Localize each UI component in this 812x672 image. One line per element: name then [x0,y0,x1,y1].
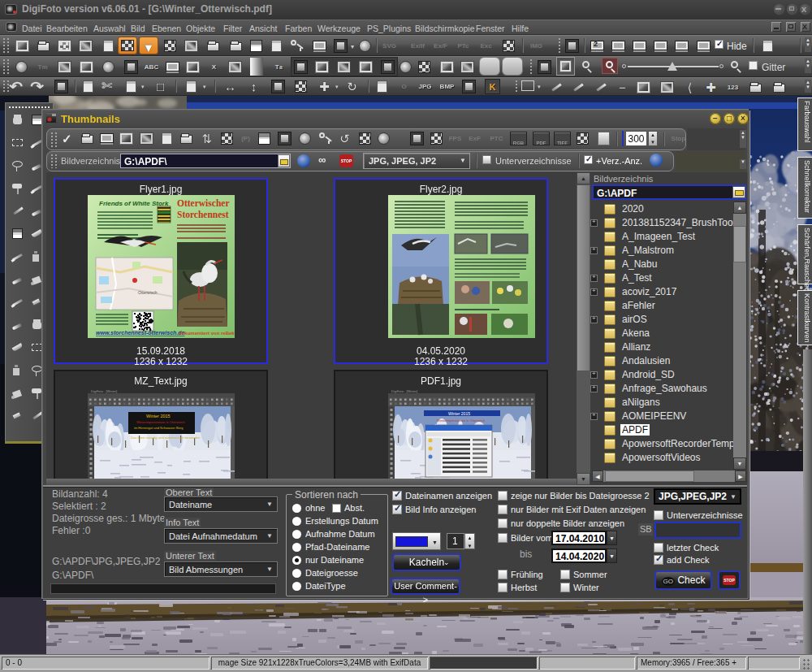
svg-text:Winterimpressionen in Otterwis: Winterimpressionen in Otterwisch [136,420,185,424]
svg-text:Das kann naturlig und automati: Das kann naturlig und automatisiert bewe… [131,436,201,440]
svg-text:Winter 2015: Winter 2015 [448,411,470,416]
svg-text:Winterimpressionen in Otterwis: Winterimpressionen in Otterwisch [437,418,486,423]
svg-text:Otterwischer: Otterwischer [177,198,230,208]
svg-text:dokumentiert von reBekka zeise: dokumentiert von reBekka zeise [179,331,235,336]
svg-text:Winter 2015: Winter 2015 [146,414,171,418]
svg-text:Otterwisch: Otterwisch [138,290,158,295]
svg-text:DigiFoto - [Winter]: DigiFoto - [Winter] [391,389,417,393]
svg-text:Storchennest: Storchennest [177,210,229,219]
svg-text:DigiFoto - [Winter]: DigiFoto - [Winter] [91,389,117,393]
svg-text:Friends of White Stork: Friends of White Stork [99,200,169,207]
svg-text:im Herrengut und Schwarzer Ber: im Herrengut und Schwarzer Berg [134,426,183,430]
svg-text:www.storchennest-otterwisch.de: www.storchennest-otterwisch.de [96,330,185,336]
